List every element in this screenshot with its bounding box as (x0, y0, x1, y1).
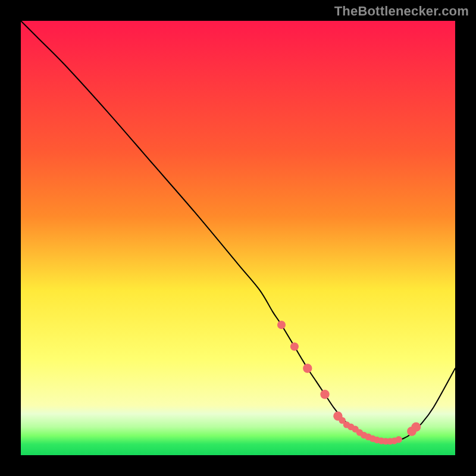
curve-marker (320, 390, 329, 399)
curve-marker (290, 342, 299, 350)
curve-marker (277, 321, 286, 329)
watermark: TheBottlenecker.com (334, 4, 469, 19)
curve-marker (303, 364, 312, 372)
curve-marker (395, 436, 402, 443)
plot-area (21, 21, 455, 455)
chart-frame: TheBottlenecker.com (0, 0, 476, 476)
curve-marker (411, 422, 421, 432)
gradient-background (21, 21, 455, 455)
chart-svg (21, 21, 455, 455)
